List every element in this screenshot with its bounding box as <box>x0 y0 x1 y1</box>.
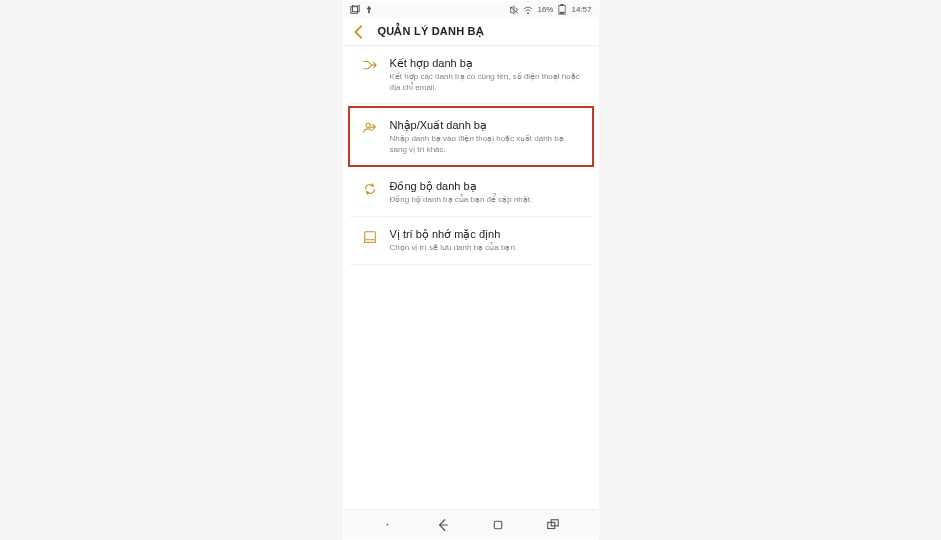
setting-title: Vị trí bộ nhớ mặc định <box>390 227 582 241</box>
svg-point-11 <box>387 524 389 526</box>
upload-icon <box>364 5 374 15</box>
svg-rect-0 <box>350 6 357 13</box>
battery-icon <box>557 5 567 15</box>
nav-home-button[interactable] <box>487 514 509 536</box>
svg-rect-12 <box>494 521 502 529</box>
nav-bar <box>344 509 598 539</box>
svg-rect-7 <box>364 232 375 240</box>
setting-desc: Chọn vị trí sẽ lưu danh bạ của bạn. <box>390 243 582 253</box>
page-title: QUẢN LÝ DANH BẠ <box>378 25 484 38</box>
setting-default-storage[interactable]: Vị trí bộ nhớ mặc định Chọn vị trí sẽ lư… <box>350 217 592 265</box>
back-button[interactable] <box>350 23 368 41</box>
setting-title: Đồng bộ danh bạ <box>390 179 582 193</box>
nav-back-button[interactable] <box>432 514 454 536</box>
nav-menu-button[interactable] <box>377 514 399 536</box>
setting-title: Nhập/Xuất danh bạ <box>390 118 582 132</box>
setting-merge-contacts[interactable]: Kết hợp danh bạ Kết hợp các danh bạ có c… <box>350 46 592 104</box>
storage-icon <box>356 227 384 245</box>
phone-screen: 16% 14:57 QUẢN LÝ DANH BẠ Kết hợp danh b… <box>343 0 599 540</box>
settings-list: Kết hợp danh bạ Kết hợp các danh bạ có c… <box>344 46 598 509</box>
sync-icon <box>356 179 384 197</box>
status-bar: 16% 14:57 <box>344 1 598 18</box>
svg-rect-4 <box>561 4 564 6</box>
nav-recent-button[interactable] <box>542 514 564 536</box>
import-export-icon <box>356 118 384 136</box>
battery-percent: 16% <box>537 5 553 14</box>
clock: 14:57 <box>571 5 591 14</box>
setting-desc: Đồng bộ danh bạ của bạn để cập nhật. <box>390 195 582 205</box>
setting-desc: Nhập danh bạ vào điện thoại hoặc xuất da… <box>390 134 582 155</box>
setting-sync-contacts[interactable]: Đồng bộ danh bạ Đồng bộ danh bạ của bạn … <box>350 169 592 217</box>
svg-rect-5 <box>560 12 565 14</box>
merge-icon <box>356 56 384 74</box>
wifi-icon <box>523 5 533 15</box>
app-bar: QUẢN LÝ DANH BẠ <box>344 18 598 46</box>
svg-rect-1 <box>352 5 359 12</box>
setting-desc: Kết hợp các danh bạ có cùng tên, số điện… <box>390 72 582 93</box>
screenshot-indicator-icon <box>350 5 360 15</box>
vibrate-icon <box>509 5 519 15</box>
setting-title: Kết hợp danh bạ <box>390 56 582 70</box>
setting-import-export[interactable]: Nhập/Xuất danh bạ Nhập danh bạ vào điện … <box>348 106 594 167</box>
svg-point-6 <box>366 123 370 127</box>
